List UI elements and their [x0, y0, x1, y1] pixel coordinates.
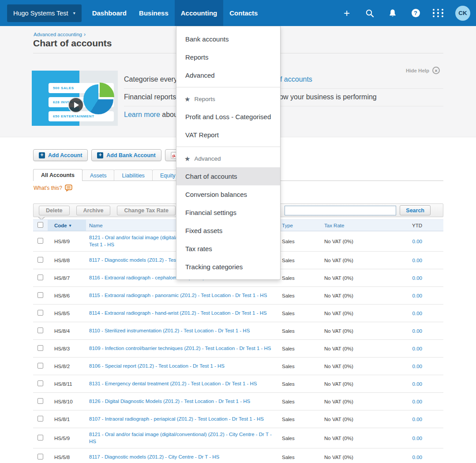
column-header-tax-rate[interactable]: Tax Rate	[313, 223, 379, 228]
row-checkbox[interactable]	[37, 310, 43, 316]
account-name-link[interactable]: 8110 - Sterilized instrumentation (Z01.2…	[89, 327, 250, 335]
account-code: HS/8/11	[48, 381, 86, 387]
breadcrumb-link[interactable]: Advanced accounting	[34, 32, 82, 37]
account-code: HS/8/4	[48, 328, 86, 334]
nav-item[interactable]: Business	[133, 0, 175, 26]
learn-more-link[interactable]: Learn more	[124, 111, 160, 118]
search-input[interactable]	[285, 206, 396, 215]
delete-button[interactable]: Delete	[39, 206, 70, 215]
help-button[interactable]: ?	[409, 7, 422, 19]
row-checkbox[interactable]	[37, 238, 43, 244]
select-all-checkbox[interactable]	[37, 222, 43, 228]
account-name-link[interactable]: 8126 - Digital Diagnostic Models (Z01.2)…	[89, 398, 250, 405]
account-name-link[interactable]: 8107 - Intraoral radiograph - periapical…	[89, 416, 264, 423]
change-tax-rate-button[interactable]: Change Tax Rate	[117, 206, 176, 215]
row-checkbox[interactable]	[37, 345, 43, 351]
ytd-value-link[interactable]: 0.00	[412, 364, 422, 369]
nav-item[interactable]: Contacts	[223, 0, 264, 26]
ytd-value-link[interactable]: 0.00	[412, 258, 422, 263]
add-bank-account-button[interactable]: + Add Bank Account	[91, 149, 161, 161]
menu-item[interactable]: Conversion balances	[176, 185, 280, 203]
row-checkbox[interactable]	[37, 435, 43, 440]
account-name-link[interactable]: 8121 - Oral and/or facial image (digital…	[89, 431, 276, 445]
row-checkbox[interactable]	[37, 416, 43, 422]
menu-divider	[176, 147, 280, 147]
account-name-link[interactable]: 8115 - Extraoral radiograph - panoramic …	[89, 292, 267, 299]
help-video-thumbnail[interactable]: 500 SALES 628 INVENTORY 650 ENTERTAINMEN…	[32, 71, 118, 126]
apps-grid-button[interactable]	[432, 7, 445, 19]
menu-item[interactable]: Bank accounts	[176, 30, 280, 48]
play-button[interactable]	[68, 97, 84, 113]
plus-icon: +	[344, 8, 350, 19]
row-checkbox[interactable]	[37, 363, 43, 369]
table-row: HS/8/1 8107 - Intraoral radiograph - per…	[33, 410, 443, 428]
menu-item[interactable]: Profit and Loss - Categorised	[176, 108, 280, 126]
search-submit-button[interactable]: Search	[400, 205, 431, 215]
row-checkbox[interactable]	[37, 380, 43, 386]
breadcrumb[interactable]: Advanced accounting›	[34, 31, 86, 38]
ytd-value-link[interactable]: 0.00	[412, 311, 422, 316]
table-row: HS/8/11 8131 - Emergency dental treatmen…	[33, 375, 443, 393]
menu-item[interactable]: Financial settings	[176, 203, 280, 222]
ytd-value-link[interactable]: 0.00	[412, 455, 422, 460]
caret-down-icon: ▾	[73, 11, 75, 15]
create-new-button[interactable]: +	[341, 7, 353, 19]
ytd-value-link[interactable]: 0.00	[412, 436, 422, 441]
row-checkbox[interactable]	[37, 454, 43, 459]
row-checkbox[interactable]	[37, 275, 43, 280]
table-row: HS/5/9 8121 - Oral and/or facial image (…	[33, 428, 443, 448]
account-name-link[interactable]: 8131 - Emergency dental treatment (Z01.2…	[89, 380, 257, 388]
search-button[interactable]	[364, 7, 376, 19]
row-checkbox[interactable]	[37, 327, 43, 333]
whats-this-link[interactable]: What's this?	[34, 184, 72, 192]
row-checkbox[interactable]	[37, 398, 43, 404]
column-header-type[interactable]: Type	[276, 223, 313, 228]
avatar[interactable]: CK	[455, 6, 470, 21]
apps-grid-icon	[433, 9, 445, 18]
nav-item[interactable]: Dashboard	[86, 0, 133, 26]
table-row: HS/8/5 8114 - Extraoral radiograph - han…	[33, 305, 443, 322]
nav-item[interactable]: Accounting	[175, 0, 224, 26]
menu-item[interactable]: Advanced	[176, 66, 280, 84]
account-code: HS/8/3	[48, 346, 86, 351]
notifications-button[interactable]	[386, 7, 399, 19]
ytd-value-link[interactable]: 0.00	[412, 399, 422, 404]
ytd-value-link[interactable]: 0.00	[412, 293, 422, 298]
table-row: HS/8/4 8110 - Sterilized instrumentation…	[33, 322, 443, 340]
tab[interactable]: Assets	[82, 169, 115, 181]
account-name-link[interactable]: 8106 - Special report (Z01.2) - Test Loc…	[89, 363, 225, 370]
account-tax-rate: No VAT (0%)	[313, 455, 379, 460]
menu-item[interactable]: VAT Report	[176, 126, 280, 144]
account-name-link[interactable]: 8109 - Infection control/barrier techniq…	[89, 345, 271, 352]
menu-item[interactable]: Chart of accounts	[176, 167, 280, 185]
account-tax-rate: No VAT (0%)	[313, 311, 379, 316]
page-title: Chart of accounts	[33, 38, 112, 49]
tab[interactable]: All Accounts	[33, 169, 82, 181]
row-checkbox[interactable]	[37, 292, 43, 298]
ytd-value-link[interactable]: 0.00	[412, 328, 422, 334]
add-icon: +	[39, 152, 45, 158]
org-selector[interactable]: Hugo Systems Test ▾	[7, 4, 82, 22]
menu-item[interactable]: Reports	[176, 48, 280, 66]
account-tax-rate: No VAT (0%)	[313, 381, 379, 387]
menu-item[interactable]: Tracking categories	[176, 258, 280, 276]
ytd-value-link[interactable]: 0.00	[412, 275, 422, 281]
column-header-code[interactable]: Code ▾	[48, 220, 86, 231]
ytd-value-link[interactable]: 0.00	[412, 346, 422, 351]
menu-item[interactable]: Fixed assets	[176, 222, 280, 240]
table-row: HS/5/8 8117 - Diagnostic models (Z01.2) …	[33, 448, 443, 463]
account-name-link[interactable]: 8117 - Diagnostic models (Z01.2) - City …	[89, 454, 219, 461]
ytd-value-link[interactable]: 0.00	[412, 381, 422, 387]
ytd-value-link[interactable]: 0.00	[412, 417, 422, 422]
account-tax-rate: No VAT (0%)	[313, 258, 379, 263]
accounting-dropdown-menu: Bank accounts Reports Advanced ★ Reports…	[176, 26, 281, 280]
account-type: Sales	[276, 328, 313, 334]
row-checkbox[interactable]	[37, 257, 43, 263]
ytd-value-link[interactable]: 0.00	[412, 239, 422, 244]
add-account-button[interactable]: + Add Account	[33, 149, 88, 161]
account-name-link[interactable]: 8114 - Extraoral radiograph - hand-wrist…	[89, 310, 267, 317]
account-type: Sales	[276, 436, 313, 441]
tab[interactable]: Liabilities	[114, 169, 152, 181]
archive-button[interactable]: Archive	[76, 206, 111, 215]
menu-item[interactable]: Tax rates	[176, 240, 280, 258]
